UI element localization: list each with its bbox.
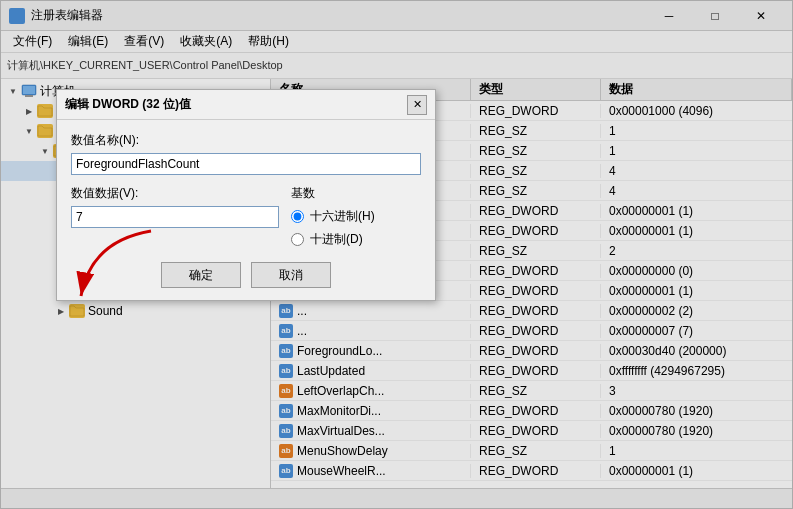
dialog-buttons: 确定 取消 [71,262,421,288]
dialog-overlay: 编辑 DWORD (32 位)值 ✕ 数值名称(N): 数值数据(V): 基数 [1,1,792,508]
dialog-title-bar: 编辑 DWORD (32 位)值 ✕ [57,90,435,120]
radio-group: 十六进制(H) 十进制(D) [291,208,421,248]
dialog-title: 编辑 DWORD (32 位)值 [65,96,191,113]
dialog-row: 数值数据(V): 基数 十六进制(H) 十进制(D) [71,185,421,248]
radio-hex-label[interactable]: 十六进制(H) [291,208,421,225]
radio-dec[interactable] [291,233,304,246]
ok-button[interactable]: 确定 [161,262,241,288]
dialog-close-button[interactable]: ✕ [407,95,427,115]
value-section: 数值数据(V): [71,185,279,228]
name-input[interactable] [71,153,421,175]
base-section: 基数 十六进制(H) 十进制(D) [291,185,421,248]
main-window: 注册表编辑器 ─ □ ✕ 文件(F) 编辑(E) 查看(V) 收藏夹(A) 帮助… [0,0,793,509]
data-input[interactable] [71,206,279,228]
base-label: 基数 [291,185,421,202]
cancel-button[interactable]: 取消 [251,262,331,288]
radio-dec-label[interactable]: 十进制(D) [291,231,421,248]
radio-dec-text: 十进制(D) [310,231,363,248]
dialog-body: 数值名称(N): 数值数据(V): 基数 十六进制(H) [57,120,435,300]
data-label: 数值数据(V): [71,185,279,202]
radio-hex[interactable] [291,210,304,223]
edit-dword-dialog: 编辑 DWORD (32 位)值 ✕ 数值名称(N): 数值数据(V): 基数 [56,89,436,301]
name-label: 数值名称(N): [71,132,421,149]
radio-hex-text: 十六进制(H) [310,208,375,225]
